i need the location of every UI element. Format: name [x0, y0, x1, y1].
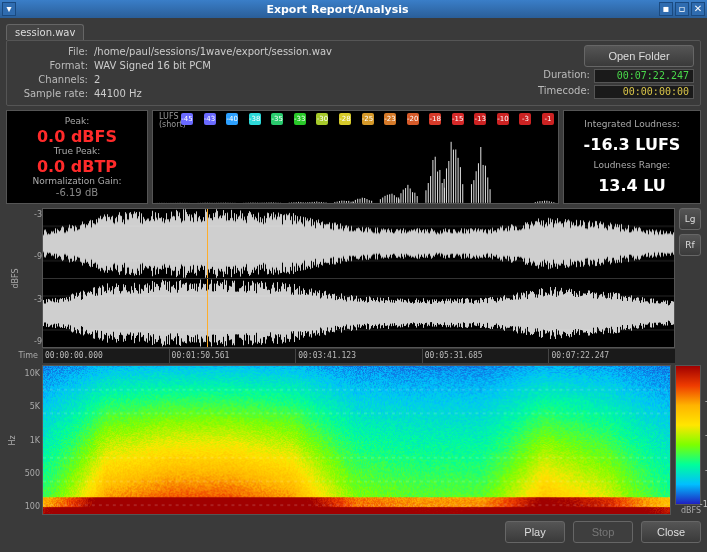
color-legend: 0-30-60-90-120 [675, 365, 701, 505]
svg-rect-105 [412, 192, 413, 203]
file-value: /home/paul/sessions/1wave/export/session… [94, 45, 332, 59]
timecode-label: Timecode: [538, 85, 590, 99]
svg-rect-74 [339, 201, 340, 203]
svg-rect-97 [396, 197, 397, 203]
svg-rect-59 [300, 202, 301, 203]
svg-rect-118 [446, 168, 447, 202]
svg-rect-66 [314, 202, 315, 203]
svg-rect-77 [346, 201, 347, 203]
svg-rect-143 [553, 202, 554, 203]
svg-rect-125 [462, 184, 463, 203]
lufs-marker: -40 [226, 113, 238, 125]
svg-rect-100 [400, 193, 401, 203]
spectrogram-axis-label: Hz [8, 435, 17, 445]
norm-label: Normalization Gain: [13, 176, 141, 186]
svg-rect-75 [341, 201, 342, 203]
svg-rect-106 [414, 193, 415, 203]
open-folder-button[interactable]: Open Folder [584, 45, 694, 67]
system-menu-icon[interactable]: ▾ [2, 2, 16, 16]
lufs-marker: -15 [452, 113, 464, 125]
svg-rect-111 [432, 160, 433, 203]
spectro-ytick: 100 [20, 502, 40, 511]
samplerate-label: Sample rate: [13, 87, 88, 101]
format-label: Format: [13, 59, 88, 73]
svg-rect-69 [321, 202, 322, 203]
time-tick: 00:05:31.685 [422, 349, 549, 363]
svg-rect-65 [312, 202, 313, 203]
file-label: File: [13, 45, 88, 59]
lufs-marker: -18 [429, 113, 441, 125]
lufs-marker: -1 [542, 113, 554, 125]
svg-rect-134 [490, 189, 491, 203]
svg-rect-141 [549, 201, 550, 203]
svg-rect-104 [410, 188, 411, 202]
close-window-button[interactable]: ✕ [691, 2, 705, 16]
time-ruler[interactable]: 00:00:00.00000:01:50.56100:03:41.12300:0… [42, 349, 675, 363]
svg-rect-135 [535, 202, 536, 203]
waveform-axis-label: dBFS [11, 268, 20, 288]
tab-session[interactable]: session.wav [6, 24, 84, 40]
waveform-scale-tick: -9 [24, 337, 42, 346]
window-title: Export Report/Analysis [18, 3, 657, 16]
svg-rect-92 [384, 196, 385, 203]
lufs-marker: -43 [204, 113, 216, 125]
lufs-marker: -10 [497, 113, 509, 125]
playhead-marker[interactable] [207, 209, 208, 278]
waveform-tool-rf[interactable]: Rf [679, 234, 701, 256]
lufs-marker: -20 [407, 113, 419, 125]
lufs-histogram: LUFS (short) Multiplicity -45-43-40-38-3… [152, 110, 559, 204]
svg-rect-67 [316, 202, 317, 203]
svg-rect-142 [551, 202, 552, 203]
svg-rect-101 [403, 190, 404, 203]
channels-label: Channels: [13, 73, 88, 87]
maximize-button[interactable]: ▫ [675, 2, 689, 16]
svg-rect-82 [355, 200, 356, 203]
channels-value: 2 [94, 73, 100, 87]
time-tick: 00:07:22.247 [548, 349, 675, 363]
waveform-display[interactable] [42, 208, 675, 348]
svg-rect-109 [428, 183, 429, 203]
lufs-marker: -45 [181, 113, 193, 125]
svg-rect-138 [542, 201, 543, 203]
minimize-button[interactable]: ▪ [659, 2, 673, 16]
peak-value: 0.0 dBFS [13, 127, 141, 146]
svg-rect-95 [391, 194, 392, 203]
waveform-scale-tick: -3 [24, 210, 42, 219]
svg-rect-114 [439, 170, 440, 203]
svg-rect-49 [271, 202, 272, 203]
waveform-tool-lg[interactable]: Lg [679, 208, 701, 230]
svg-rect-93 [387, 195, 388, 203]
svg-rect-73 [337, 202, 338, 203]
duration-value: 00:07:22.247 [594, 69, 694, 83]
lufs-marker: -3 [519, 113, 531, 125]
waveform-scale-tick: -3 [24, 295, 42, 304]
svg-rect-120 [451, 142, 452, 203]
svg-rect-108 [425, 190, 426, 203]
peak-panel: Peak: 0.0 dBFS True Peak: 0.0 dBTP Norma… [6, 110, 148, 204]
svg-rect-64 [309, 202, 310, 203]
samplerate-value: 44100 Hz [94, 87, 142, 101]
stop-button[interactable]: Stop [573, 521, 633, 543]
timecode-value: 00:00:00:00 [594, 85, 694, 99]
svg-rect-121 [453, 150, 454, 203]
legend-tick: -120 [698, 500, 707, 509]
loudness-panel: Integrated Loudness: -16.3 LUFS Loudness… [563, 110, 701, 204]
tab-strip: session.wav [6, 22, 701, 40]
svg-rect-76 [344, 201, 345, 203]
lufs-marker: -30 [316, 113, 328, 125]
time-tick: 00:01:50.561 [169, 349, 296, 363]
svg-rect-103 [407, 185, 408, 203]
svg-rect-58 [298, 202, 299, 203]
svg-rect-128 [476, 171, 477, 203]
close-button[interactable]: Close [641, 521, 701, 543]
svg-rect-81 [353, 201, 354, 203]
playhead-marker[interactable] [207, 279, 208, 348]
lufs-marker: -23 [384, 113, 396, 125]
svg-rect-94 [389, 194, 390, 203]
svg-rect-88 [369, 200, 370, 203]
svg-rect-117 [444, 179, 445, 203]
spectrogram-display[interactable] [42, 365, 671, 515]
play-button[interactable]: Play [505, 521, 565, 543]
svg-rect-91 [382, 197, 383, 202]
waveform-scale-tick: -9 [24, 252, 42, 261]
